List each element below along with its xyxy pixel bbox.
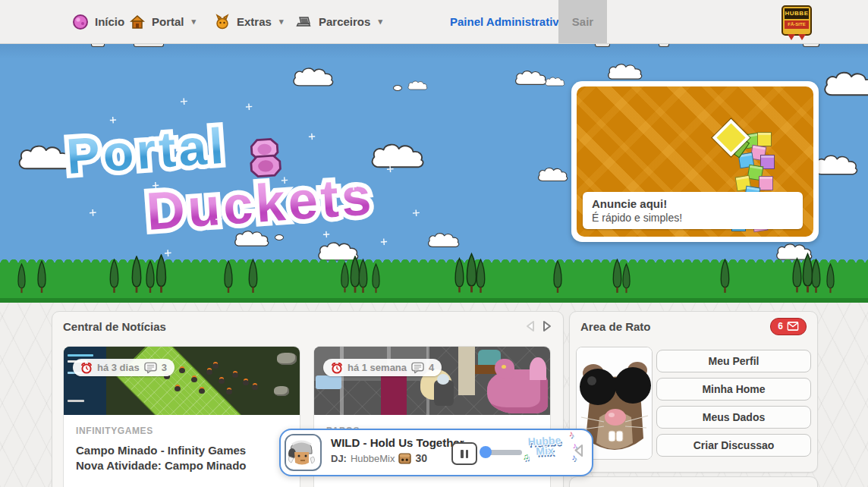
- chevron-down-icon: ▾: [378, 17, 382, 27]
- slider-knob[interactable]: [480, 446, 492, 458]
- song-title: WILD - Hold Us Together: [331, 436, 460, 449]
- nav-item-portal[interactable]: Portal ▾: [129, 0, 196, 43]
- sparkle-icon: [90, 209, 97, 217]
- gem-icon: [72, 14, 89, 30]
- cloud: [821, 71, 868, 97]
- pixel-tree: [357, 259, 369, 294]
- unread-count: 6: [778, 321, 783, 331]
- news-card-title-line1: Campo Minado - Infinity Games: [76, 443, 288, 458]
- pixel-tree: [826, 263, 835, 294]
- news-card-time: há 3 dias: [97, 362, 140, 373]
- nav-label-portal: Portal: [152, 15, 184, 28]
- cloud: [605, 63, 643, 80]
- news-card-image: há 3 dias 3: [64, 347, 300, 415]
- news-card-time: há 1 semana: [348, 362, 407, 373]
- sparkle-icon: [322, 231, 330, 238]
- minha-home-button[interactable]: Minha Home: [656, 378, 811, 401]
- advertise-banner[interactable]: Anuncie aqui! É rápido e simples!: [571, 81, 819, 242]
- messages-badge[interactable]: 6: [770, 318, 807, 335]
- badge-ribbon: [788, 34, 795, 40]
- bomb-sprite: [219, 379, 225, 384]
- portal-duckets-logo: Portal Duckets: [55, 73, 431, 280]
- dj-avatar-art: [286, 435, 317, 467]
- radio-player: WILD - Hold Us Together DJ: HubbeMix 30 …: [279, 429, 593, 476]
- criar-discussao-button[interactable]: Criar Discussao: [656, 434, 811, 457]
- carousel-next-icon[interactable]: [541, 320, 552, 332]
- cloud: [513, 70, 548, 86]
- nav-item-parceiros[interactable]: Parceiros ▾: [296, 0, 382, 43]
- meu-perfil-button[interactable]: Meu Perfil: [656, 350, 811, 372]
- alarm-clock-icon: [80, 362, 93, 374]
- carousel-prev-icon[interactable]: [525, 320, 536, 332]
- nav-item-painel-administrativo[interactable]: Painel Administrativo: [450, 0, 566, 43]
- pixel-tree: [108, 259, 120, 294]
- sparkle-icon: [387, 165, 395, 173]
- logo-word-portal: Portal: [64, 117, 228, 186]
- advertise-caption: Anuncie aqui! É rápido e simples!: [583, 192, 803, 229]
- news-card-comments: 3: [162, 362, 167, 373]
- main-content: Central de Notícias: [0, 303, 868, 487]
- news-card-campo-minado[interactable]: há 3 dias 3 INFINITYGAMES Campo Minado -…: [63, 346, 300, 487]
- sparkle-icon: [245, 103, 253, 111]
- sparkle-icon: [215, 215, 223, 223]
- news-card-comments: 4: [429, 362, 434, 373]
- volume-slider[interactable]: [480, 450, 522, 455]
- nav-item-extras[interactable]: Extras ▾: [214, 0, 283, 43]
- pixel-tree: [719, 259, 731, 294]
- laptop-icon: [296, 14, 313, 30]
- pet-icon: [214, 14, 231, 30]
- pixel-tree: [552, 260, 563, 294]
- sparkle-icon: [152, 182, 159, 190]
- nav-label-sair: Sair: [572, 15, 593, 28]
- nav-label-inicio: Início: [95, 15, 124, 28]
- alarm-clock-icon: [331, 362, 343, 374]
- pixel-tree: [247, 259, 259, 294]
- cloud: [812, 154, 859, 176]
- nav-label-extras: Extras: [237, 15, 272, 28]
- pixel-tree: [145, 260, 156, 294]
- advertise-subtitle: É rápido e simples!: [592, 212, 794, 224]
- dj-label: DJ:: [331, 453, 347, 464]
- sparkle-icon: [109, 116, 117, 124]
- news-card-meta: há 3 dias 3: [73, 359, 175, 376]
- chevron-down-icon: ▾: [279, 17, 284, 27]
- envelope-icon: [787, 322, 799, 331]
- news-card-category: INFINITYGAMES: [76, 426, 288, 436]
- cloud: [536, 167, 569, 182]
- nav-item-sair[interactable]: Sair: [558, 0, 607, 43]
- news-panel-header: Central de Notícias: [52, 312, 563, 341]
- pixel-tree: [36, 260, 47, 294]
- pixel-tree: [475, 259, 486, 294]
- pause-button[interactable]: [451, 442, 477, 465]
- bomb-sprite: [199, 388, 205, 394]
- dj-name: HubbeMix: [351, 453, 395, 464]
- music-note-icon: ♪: [568, 429, 573, 438]
- top-navbar: Início Portal ▾ Extras ▾ Parceiros ▾ Pai…: [0, 0, 868, 44]
- duckets-box-icon: [398, 453, 411, 464]
- nav-label-parceiros: Parceiros: [319, 15, 370, 28]
- house-icon: [129, 14, 146, 30]
- hubbe-fansite-badge[interactable]: HUBBE FÃ-SITE: [782, 5, 812, 36]
- nav-item-inicio[interactable]: Início: [72, 0, 124, 43]
- badge-line2: FÃ-SITE: [785, 20, 809, 29]
- habbo-room-scene: [314, 347, 550, 415]
- bomb-sprite: [191, 377, 197, 382]
- hubbemix-logo: Hubbe Mix ♪ ♪ ♫ ♪: [527, 435, 568, 457]
- music-note-icon: ♫: [522, 451, 529, 461]
- news-card-image: há 1 semana 4: [314, 347, 550, 415]
- bomb-sprite: [212, 363, 219, 369]
- hero-banner: Portal Duckets Anuncie aqui! É rápido e …: [0, 43, 868, 303]
- bomb-sprite: [175, 386, 181, 391]
- bomb-sprite: [252, 385, 258, 390]
- advertise-title: Anuncie aqui!: [592, 197, 794, 210]
- bomb-sprite: [226, 389, 232, 394]
- pixel-tree: [17, 263, 27, 294]
- minesweeper-scene: [64, 347, 300, 415]
- pixel-tree: [454, 257, 465, 294]
- sidebar-header: Area de Rato 6: [570, 312, 817, 341]
- collapse-player-icon[interactable]: [572, 443, 586, 458]
- meus-dados-button[interactable]: Meus Dados: [656, 406, 811, 429]
- hubbemix-logo-word2: Mix: [536, 445, 568, 457]
- chevron-down-icon: ▾: [192, 17, 197, 27]
- radio-panel: Programa de Radio: [569, 476, 818, 487]
